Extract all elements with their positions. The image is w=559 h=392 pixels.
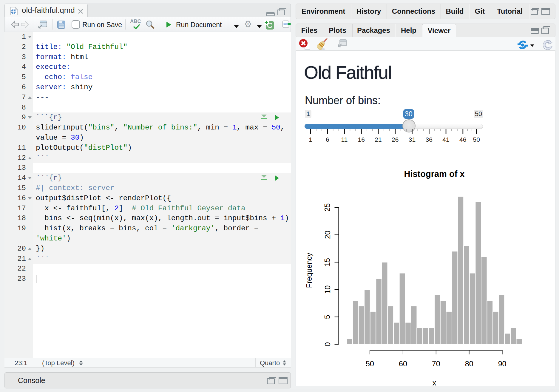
svg-text:70: 70: [432, 359, 440, 368]
svg-text:10: 10: [323, 285, 332, 294]
svg-text:25: 25: [323, 203, 332, 212]
svg-text:80: 80: [465, 359, 473, 368]
svg-text:50: 50: [366, 359, 374, 368]
svg-text:60: 60: [399, 359, 407, 368]
svg-text:Frequency: Frequency: [305, 253, 313, 288]
svg-text:x: x: [433, 379, 436, 387]
svg-text:20: 20: [323, 231, 332, 239]
svg-text:15: 15: [323, 258, 332, 266]
svg-text:90: 90: [498, 359, 507, 368]
svg-text:5: 5: [323, 315, 332, 319]
svg-text:Histogram of x: Histogram of x: [404, 169, 464, 179]
svg-text:0: 0: [323, 342, 332, 346]
